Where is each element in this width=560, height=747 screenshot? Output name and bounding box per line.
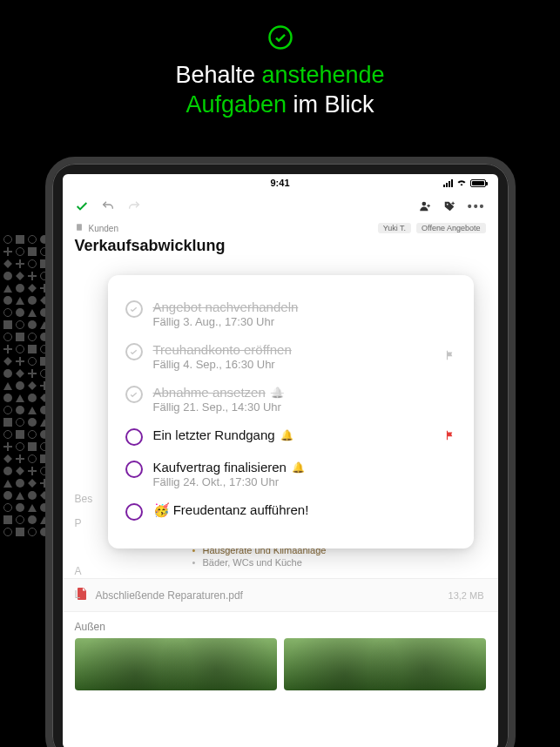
attachment-row[interactable]: Abschließende Reparaturen.pdf 13,2 MB: [63, 578, 498, 612]
tag-chip[interactable]: Yuki T.: [378, 223, 411, 233]
promo-text-part: Behalte: [175, 62, 261, 88]
section-label: Außen: [75, 621, 486, 633]
task-row[interactable]: Kaufvertrag finalisieren🔔Fällig 24. Okt.…: [125, 453, 456, 495]
svg-point-2: [447, 204, 449, 205]
more-button[interactable]: •••: [468, 199, 486, 213]
promo-text: Behalte anstehende Aufgaben im Blick: [0, 61, 560, 120]
redo-button[interactable]: [127, 199, 141, 213]
wifi-icon: [456, 178, 467, 188]
task-due: Fällig 21. Sep., 14:30 Uhr: [153, 400, 434, 414]
text-fragment: A: [75, 560, 93, 584]
task-checkbox[interactable]: [125, 461, 143, 478]
attachment-size: 13,2 MB: [449, 590, 484, 601]
attachment-name: Abschließende Reparaturen.pdf: [96, 589, 243, 602]
task-title: 🥳 Freudentanz aufführen!: [153, 502, 434, 518]
task-title: Angebot nachverhandeln: [153, 299, 434, 314]
decorative-shapes: [0, 235, 44, 583]
photo-row: [75, 638, 486, 690]
task-row[interactable]: Treuhandkonto eröffnenFällig 4. Sep., 16…: [125, 335, 456, 378]
bell-icon: 🔔: [280, 429, 293, 441]
notebook-icon: [75, 223, 84, 233]
task-due: Fällig 3. Aug., 17:30 Uhr: [153, 315, 434, 328]
app-screen: 9:41: [63, 174, 498, 747]
task-checkbox[interactable]: [125, 300, 143, 318]
signal-icon: [443, 179, 453, 187]
editor-toolbar: •••: [63, 192, 498, 221]
done-button[interactable]: [75, 199, 89, 213]
flag-icon[interactable]: [444, 349, 456, 365]
task-row[interactable]: Angebot nachverhandelnFällig 3. Aug., 17…: [125, 293, 456, 335]
text-fragment: L: [75, 583, 93, 608]
promo-accent: anstehende: [261, 62, 384, 88]
status-time: 9:41: [270, 178, 289, 188]
share-person-button[interactable]: [419, 200, 431, 212]
check-circle-icon: [267, 24, 293, 50]
tablet-frame: 9:41: [45, 157, 516, 747]
undo-button[interactable]: [101, 199, 115, 213]
list-item: Bäder, WCs und Küche: [192, 557, 486, 568]
task-title: Abnahme ansetzen🔔: [153, 385, 434, 400]
task-title: Treuhandkonto eröffnen: [153, 342, 434, 357]
status-bar: 9:41: [63, 174, 498, 192]
svg-point-1: [422, 202, 426, 206]
task-checkbox[interactable]: [125, 428, 143, 446]
svg-point-0: [269, 27, 291, 49]
task-due: Fällig 24. Okt., 17:30 Uhr: [153, 475, 434, 488]
text-fragment: Bes: [75, 488, 93, 512]
flag-icon[interactable]: [444, 429, 456, 445]
promo-header: Behalte anstehende Aufgaben im Blick: [0, 0, 560, 120]
bell-icon: 🔔: [271, 387, 284, 399]
text-fragment: P: [75, 512, 93, 536]
photo-thumbnail[interactable]: [284, 638, 486, 690]
task-row[interactable]: 🥳 Freudentanz aufführen!: [125, 495, 456, 528]
task-due: Fällig 4. Sep., 16:30 Uhr: [153, 358, 434, 371]
bell-icon: 🔔: [292, 461, 305, 474]
promo-accent: Aufgaben: [186, 91, 287, 118]
task-row[interactable]: Ein letzter Rundgang🔔: [125, 421, 456, 453]
task-checkbox[interactable]: [125, 503, 143, 521]
battery-icon: [470, 179, 486, 187]
note-body-fragment: Bes P A L: [75, 488, 93, 608]
tasks-card: Angebot nachverhandelnFällig 3. Aug., 17…: [108, 275, 474, 548]
tag-chip[interactable]: Offene Angebote: [416, 223, 485, 233]
task-checkbox[interactable]: [125, 343, 143, 360]
photo-thumbnail[interactable]: [75, 638, 277, 690]
task-checkbox[interactable]: [125, 386, 143, 403]
meta-row: Kunden Yuki T. Offene Angebote: [63, 221, 498, 235]
task-row[interactable]: Abnahme ansetzen🔔Fällig 21. Sep., 14:30 …: [125, 378, 456, 421]
tag-add-button[interactable]: [443, 200, 455, 212]
task-title: Ein letzter Rundgang🔔: [153, 427, 434, 442]
notebook-name[interactable]: Kunden: [89, 224, 118, 233]
promo-text-part: im Blick: [287, 91, 374, 118]
task-title: Kaufvertrag finalisieren🔔: [153, 460, 434, 474]
